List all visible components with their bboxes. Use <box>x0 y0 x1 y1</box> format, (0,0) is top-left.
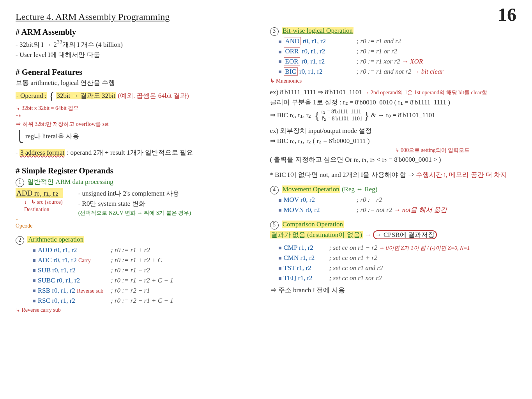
ex2: 클리어 부분을 1로 설정 : r₂ = 8'b0010_0010 ( r₁ =… <box>270 98 517 107</box>
text: 개의 I 개수 (4 billion) <box>62 41 123 48</box>
arith-row: ADC r0, r1, r2 Carry; r0 := r1 + r2 + C <box>33 256 262 265</box>
src-label: ↓ ↳ src (source) <box>24 199 63 206</box>
bullet-icon <box>279 51 281 53</box>
bullet-icon <box>33 269 35 272</box>
section-arm-assembly: # ARM Assembly <box>16 26 262 37</box>
text: Comparison Operation <box>282 221 344 228</box>
bullet-icon <box>279 199 281 202</box>
add-op: ADD r₀, r₁, r₂ <box>16 188 63 198</box>
bullet-icon <box>279 277 281 280</box>
ex5a: ⇒ BIC r₀, r₁, r₂ ( r₂ = 8'b0000_0111 ) <box>270 137 517 146</box>
emph: 수행시간↑, 메모리 공간 더 차지 <box>416 171 507 178</box>
text: Bit-wise logical Operation <box>282 27 353 34</box>
text: reg나 literal을 사용 <box>25 132 79 139</box>
bw-row: BIC r0, r1, r2; r0 := r1 and not r2 → bi… <box>279 67 517 76</box>
section-simple-reg: # Simple Register Operands <box>16 165 262 176</box>
arm-line2: - User level I에 대해서만 다룸 <box>16 51 262 60</box>
text: ex) 8'b1111_1111 ⇒ 8'b1101_1101 <box>270 88 362 96</box>
cp-head: 5 Comparison Operation <box>270 220 517 230</box>
bullet-icon <box>279 257 281 260</box>
r2bar: r̄₂ = 8'b1101_1101 <box>322 115 362 123</box>
note3: (선택적으로 NZCV 변화 → 뒤에 S가 붙은 경우) <box>78 210 191 217</box>
ex1: ex) 8'b1111_1111 ⇒ 8'b1101_1101 → 2nd op… <box>270 88 517 97</box>
cp-row: CMP r1, r2; set cc on r1 − r2 → 0이면 Z가 1… <box>279 244 517 252</box>
content-columns: # ARM Assembly - 32bit의 I → 232개의 I 개수 (… <box>16 25 516 315</box>
arith-list: ADD r0, r1, r2; r0 := r1 + r2ADC r0, r1,… <box>33 246 262 305</box>
circle-2-icon: 2 <box>16 236 24 245</box>
opcode-label: ↓Opcode <box>16 215 63 230</box>
bullet-icon <box>33 290 35 292</box>
cp-row: TST r1, r2; set cc on r1 and r2 <box>279 264 517 273</box>
add-op-notes: - unsigned int나 2's complement 사용 - R0만 … <box>78 188 191 218</box>
bw-head: 3 Bit-wise logical Operation <box>270 26 517 36</box>
text: Arithmetic operation <box>27 236 84 243</box>
rcs-note: ↳ Reverse carry sub <box>16 307 262 314</box>
sub: (Reg ↔ Reg) <box>342 185 378 193</box>
ex4: ex) 외부장치 input/output mode 설정 <box>270 127 517 136</box>
text: : operand 2개 + result 1개가 일반적으로 필요 <box>65 149 193 156</box>
arith-row: RSC r0, r1, r2; r0 := r2 − r1 + C − 1 <box>33 297 262 305</box>
circle-3-icon: 3 <box>270 27 279 36</box>
cp-row: TEQ r1, r2; set cc on r1 xor r2 <box>279 274 517 283</box>
note: → 2nd operand의 1은 1st operand의 해당 bit를 c… <box>364 90 487 95</box>
cp-sub: 결과가 없음 (destination이 없음) → → CPSR에 결과저장 <box>270 231 517 240</box>
left-column: # ARM Assembly - 32bit의 I → 232개의 I 개수 (… <box>16 25 262 315</box>
arith-row: SUBC r0, r1, r2; r0 := r1 − r2 + C − 1 <box>33 276 262 285</box>
arith-row: SUB r0, r1, r2; r0 := r1 − r2 <box>33 266 262 275</box>
gf-line4: ** ⇒ 하위 32bit만 저장하고 overflow를 set <box>16 113 262 128</box>
sub1: 결과가 없음 (destination이 없음) <box>270 231 363 238</box>
circle-1-icon: 1 <box>16 178 24 187</box>
bullet-icon <box>279 267 281 270</box>
arm-line1: - 32bit의 I → 232개의 I 개수 (4 billion) <box>16 39 262 49</box>
section-general-features: # General Features <box>16 67 262 78</box>
operand-head: - Operand : <box>16 92 47 99</box>
sub2: → CPSR에 결과저장 <box>373 230 437 239</box>
arith-row: ADD r0, r1, r2; r0 := r1 + r2 <box>33 246 262 255</box>
r1: r₁ = 8'b1111_1111 <box>322 108 362 116</box>
page-number: 16 <box>498 4 516 25</box>
dest-label: Destination <box>24 206 63 214</box>
text: Movement Operation <box>282 185 340 193</box>
note2: - R0만 system state 변화 <box>78 200 191 208</box>
addr-format: 3 address format <box>19 149 65 156</box>
bic-note: * BIC I이 없다면 not, and 2개의 I을 사용해야 함 ⇒ 수행… <box>270 171 517 180</box>
ex5b: ↳ 000으로 setting되어 입력모드 <box>395 147 517 154</box>
gf-line6: - 3 address format : operand 2개 + result… <box>16 148 262 157</box>
mv-head: 4 Movement Operation (Reg ↔ Reg) <box>270 185 517 194</box>
right-column: 3 Bit-wise logical Operation AND r0, r1,… <box>270 25 517 315</box>
gf-line5: ⎩ reg나 literal을 사용 <box>16 129 262 144</box>
bw-row: AND r0, r1, r2; r0 := r1 and r2 <box>279 37 517 46</box>
gf-line3: ↳ 32bit x 32bit = 64bit 필요 <box>16 105 262 112</box>
text: ⇒ BIC r₀, r₁, r₂ <box>270 111 311 118</box>
bw-list: AND r0, r1, r2; r0 := r1 and r2 ORR r0, … <box>279 37 517 76</box>
gf-line2: - Operand : { 32bit → 결과도 32bit (예외. 곱셈은… <box>16 89 262 104</box>
bullet-icon <box>279 60 281 63</box>
gf-line1: 보통 arithmetic, logical 연산을 수행 <box>16 79 262 88</box>
bullet-icon <box>33 300 35 302</box>
note1: - unsigned int나 2's complement 사용 <box>78 189 191 198</box>
circle-5-icon: 5 <box>270 221 279 230</box>
arith-row: RSB r0, r1, r2 Reverse sub; r0 := r2 − r… <box>33 286 262 295</box>
arith-head: 2 Arithmetic operation <box>16 235 262 245</box>
cp-row: CMN r1, r2; set cc on r1 + r2 <box>279 254 517 263</box>
arrow: → <box>364 231 373 238</box>
cp-foot: ⇒ 주소 branch I 전에 사용 <box>270 286 517 295</box>
bullet-icon <box>279 41 281 43</box>
operand-except: (예외. 곱셈은 64bit 결과) <box>118 92 189 99</box>
add-op-diagram: ADD r₀, r₁, r₂ ↓ ↳ src (source) Destinat… <box>16 188 63 230</box>
exp: 32 <box>57 39 62 45</box>
operand-32bit: 32bit → 결과도 32bit <box>56 92 116 99</box>
bullet-icon <box>279 71 281 73</box>
sr-line1: 1 일반적인 ARM data processing <box>16 178 262 187</box>
bullet-icon <box>279 247 281 249</box>
circle-4-icon: 4 <box>270 186 279 194</box>
ex3: ⇒ BIC r₀, r₁, r₂ { r₁ = 8'b1111_1111 r̄₂… <box>270 108 517 123</box>
bullet-icon <box>33 259 35 262</box>
mv-list: MOV r0, r2; r0 := r2 MOVN r0, r2; r0 := … <box>279 196 517 215</box>
lecture-title: Lecture 4. ARM Assembly Programming <box>16 12 516 22</box>
bw-row: EOR r0, r1, r2; r0 := r1 xor r2 → XOR <box>279 57 517 66</box>
mnem-note: ↳ Mnemonics <box>270 78 517 85</box>
dash: - <box>16 149 19 156</box>
text: ⇒ 하위 32bit만 저장하고 overflow를 set <box>16 121 108 127</box>
bullet-icon <box>33 279 35 282</box>
